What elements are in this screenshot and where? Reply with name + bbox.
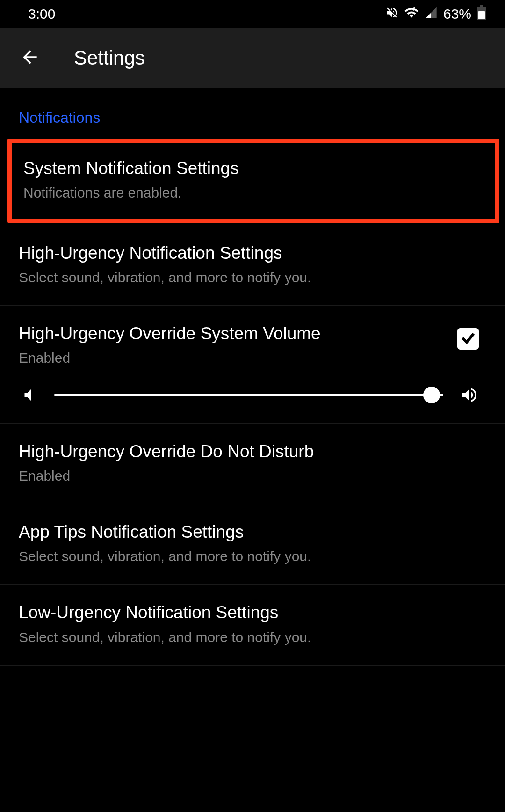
status-time: 3:00 — [28, 6, 55, 22]
battery-percentage: 63% — [443, 6, 471, 22]
item-subtitle: Select sound, vibration, and more to not… — [19, 268, 486, 286]
settings-list: Notifications System Notification Settin… — [0, 88, 505, 666]
page-title: Settings — [74, 47, 145, 69]
item-override-dnd[interactable]: High-Urgency Override Do Not Disturb Ena… — [0, 424, 505, 504]
item-system-notification-settings[interactable]: System Notification Settings Notificatio… — [7, 139, 499, 223]
svg-text:6: 6 — [413, 7, 416, 12]
svg-rect-2 — [480, 5, 483, 7]
override-volume-checkbox[interactable] — [457, 328, 479, 350]
status-bar: 3:00 6 63% — [0, 0, 505, 28]
item-subtitle: Enabled — [19, 467, 486, 485]
item-title: High-Urgency Override Do Not Disturb — [19, 440, 486, 463]
back-button[interactable] — [19, 47, 41, 69]
volume-high-icon — [460, 386, 479, 404]
item-subtitle: Select sound, vibration, and more to not… — [19, 547, 486, 565]
slider-thumb[interactable] — [423, 387, 440, 403]
volume-slider[interactable] — [54, 394, 443, 396]
svg-rect-3 — [478, 11, 485, 19]
item-high-urgency-notification-settings[interactable]: High-Urgency Notification Settings Selec… — [0, 225, 505, 306]
item-subtitle: Select sound, vibration, and more to not… — [19, 628, 486, 646]
item-title: Low-Urgency Notification Settings — [19, 601, 486, 624]
wifi-icon: 6 — [404, 5, 419, 23]
item-title: High-Urgency Override System Volume — [19, 322, 457, 345]
status-right: 6 63% — [385, 5, 486, 23]
item-subtitle: Enabled — [19, 349, 457, 367]
checkmark-icon — [460, 329, 476, 348]
item-subtitle: Notifications are enabled. — [23, 183, 483, 202]
item-title: High-Urgency Notification Settings — [19, 242, 486, 264]
item-title: System Notification Settings — [23, 157, 483, 180]
vibrate-icon — [385, 6, 398, 22]
item-title: App Tips Notification Settings — [19, 521, 486, 543]
item-override-system-volume[interactable]: High-Urgency Override System Volume Enab… — [0, 306, 505, 424]
arrow-left-icon — [20, 47, 40, 69]
section-header-notifications: Notifications — [0, 88, 505, 137]
volume-low-icon — [19, 386, 37, 404]
battery-icon — [477, 5, 486, 23]
signal-icon — [425, 6, 438, 22]
volume-slider-row — [19, 386, 486, 404]
item-low-urgency-notification-settings[interactable]: Low-Urgency Notification Settings Select… — [0, 585, 505, 665]
app-bar: Settings — [0, 28, 505, 88]
item-app-tips-notification-settings[interactable]: App Tips Notification Settings Select so… — [0, 504, 505, 585]
